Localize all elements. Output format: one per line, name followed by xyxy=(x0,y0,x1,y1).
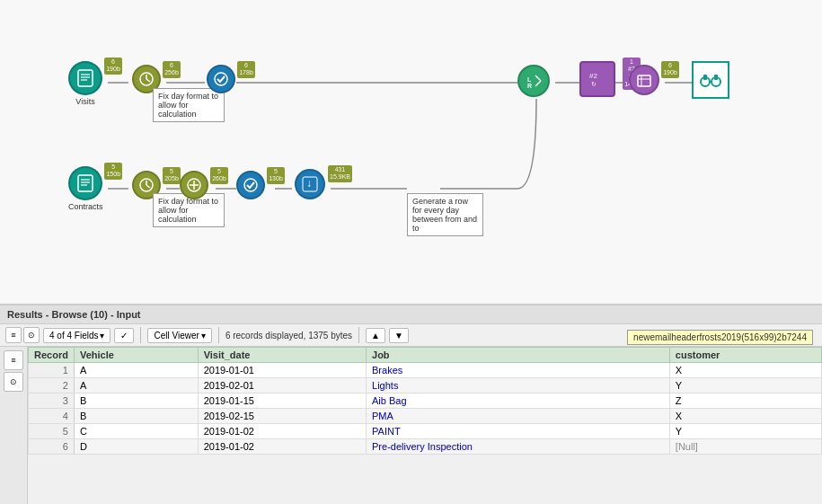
panel-icon-2[interactable]: ⊙ xyxy=(4,372,23,392)
left-icon-panel: ≡ ⊙ xyxy=(0,347,28,504)
nav-down-button[interactable]: ▼ xyxy=(389,328,409,343)
cell-vehicle: C xyxy=(74,424,198,439)
records-info: 6 records displayed, 1375 bytes xyxy=(225,331,352,340)
cell-visit-date: 2019-02-01 xyxy=(198,378,366,393)
svg-point-44 xyxy=(244,179,257,191)
svg-rect-32 xyxy=(703,75,707,80)
col-job: Job xyxy=(367,348,670,363)
table-row: 1A2019-01-01BrakesX xyxy=(29,363,822,378)
tooltip-box: newemailheaderfrosts2019(516x99)2b7244 xyxy=(627,330,813,345)
cell-vehicle: B xyxy=(74,409,198,424)
cell-job: Pre-delivery Inspection xyxy=(367,439,670,455)
dropdown-arrow-2: ▾ xyxy=(201,331,206,340)
results-panel: Results - Browse (10) - Input ≡ ⊙ 4 of 4… xyxy=(0,305,822,504)
cell-record: 2 xyxy=(29,378,75,393)
join-node[interactable]: #2 ↻ 1#2↻143b xyxy=(579,61,615,97)
svg-rect-34 xyxy=(78,175,93,191)
cell-job: Lights xyxy=(367,378,670,393)
cell-visit-date: 2019-01-02 xyxy=(198,424,366,439)
cell-customer: Y xyxy=(669,378,821,393)
panel-icon-1[interactable]: ≡ xyxy=(4,350,23,370)
svg-text:R: R xyxy=(527,83,532,89)
table-row: 3B2019-01-15Aib BagZ xyxy=(29,393,822,409)
n3-node[interactable]: 6178b xyxy=(207,65,235,93)
cell-customer: X xyxy=(669,363,821,378)
svg-text:↓: ↓ xyxy=(306,177,312,190)
canvas-area: 6190b Visits 6256b Fix day format to all… xyxy=(0,0,822,305)
svg-text:L: L xyxy=(527,76,532,83)
contracts-node[interactable]: 5150b Contracts xyxy=(68,166,103,211)
table-body: 1A2019-01-01BrakesX2A2019-02-01LightsY3B… xyxy=(29,363,822,455)
cell-visit-date: 2019-01-01 xyxy=(198,363,366,378)
left-toolbar-icons: ≡ ⊙ xyxy=(5,327,40,343)
cell-visit-date: 2019-01-02 xyxy=(198,439,366,455)
svg-line-23 xyxy=(535,81,541,86)
table-row: 6D2019-01-02Pre-delivery Inspection[Null… xyxy=(29,439,822,455)
cell-customer: X xyxy=(669,409,821,424)
icon-btn-1[interactable]: ≡ xyxy=(5,327,22,343)
svg-line-18 xyxy=(146,79,150,82)
splitter-node[interactable]: L R xyxy=(517,65,550,97)
svg-line-22 xyxy=(535,75,541,81)
cell-vehicle: A xyxy=(74,378,198,393)
table-header-row: Record Vehicle Visit_date Job customer xyxy=(29,348,822,363)
results-header: Results - Browse (10) - Input xyxy=(0,305,822,324)
generate-row-label: Generate a row for every day between fro… xyxy=(407,193,483,236)
svg-rect-33 xyxy=(714,75,718,80)
cell-customer: [Null] xyxy=(669,439,821,455)
svg-point-19 xyxy=(215,73,227,85)
cell-viewer-button[interactable]: Cell Viewer ▾ xyxy=(147,328,211,343)
col-customer: customer xyxy=(669,348,821,363)
cell-record: 4 xyxy=(29,409,75,424)
cell-visit-date: 2019-02-15 xyxy=(198,409,366,424)
m5-node[interactable]: ↓ 43115.9KB xyxy=(295,169,325,199)
m3-node[interactable]: 5260b xyxy=(180,171,208,199)
cell-record: 5 xyxy=(29,424,75,439)
check-button[interactable]: ✓ xyxy=(114,328,134,343)
separator-1 xyxy=(140,327,141,343)
cell-job: PMA xyxy=(367,409,670,424)
separator-2 xyxy=(218,327,219,343)
svg-text:#2: #2 xyxy=(589,72,597,80)
visits-node[interactable]: 6190b Visits xyxy=(68,61,102,106)
svg-text:↻: ↻ xyxy=(591,81,597,87)
icon-btn-2[interactable]: ⊙ xyxy=(23,327,40,343)
col-visit-date: Visit_date xyxy=(198,348,366,363)
cell-record: 1 xyxy=(29,363,75,378)
results-table: Record Vehicle Visit_date Job customer 1… xyxy=(28,347,822,455)
results-toolbar: ≡ ⊙ 4 of 4 Fields ▾ ✓ Cell Viewer ▾ 6 re… xyxy=(0,324,822,347)
cell-job: Brakes xyxy=(367,363,670,378)
separator-3 xyxy=(358,327,359,343)
cell-customer: Z xyxy=(669,393,821,409)
svg-line-40 xyxy=(146,185,150,188)
cell-vehicle: D xyxy=(74,439,198,455)
dropdown-arrow: ▾ xyxy=(100,331,104,340)
cell-job: PAINT xyxy=(367,424,670,439)
fields-button[interactable]: 4 of 4 Fields ▾ xyxy=(43,328,110,343)
results-content: ≡ ⊙ Record Vehicle Visit_date Job custom… xyxy=(0,347,822,504)
cell-customer: Y xyxy=(669,424,821,439)
nav-up-button[interactable]: ▲ xyxy=(366,328,385,343)
table-container: Record Vehicle Visit_date Job customer 1… xyxy=(28,347,822,504)
col-record: Record xyxy=(29,348,75,363)
purple-node[interactable]: 6190b xyxy=(629,65,659,95)
svg-rect-12 xyxy=(78,70,93,86)
cell-record: 6 xyxy=(29,439,75,455)
table-row: 4B2019-02-15PMAX xyxy=(29,409,822,424)
svg-rect-26 xyxy=(638,75,650,86)
table-row: 2A2019-02-01LightsY xyxy=(29,378,822,393)
m4-node[interactable]: 5130b xyxy=(236,171,265,199)
cell-vehicle: A xyxy=(74,363,198,378)
cell-vehicle: B xyxy=(74,393,198,409)
table-row: 5C2019-01-02PAINTY xyxy=(29,424,822,439)
box-node[interactable] xyxy=(692,61,729,99)
col-vehicle: Vehicle xyxy=(74,348,198,363)
cell-job: Aib Bag xyxy=(367,393,670,409)
cell-visit-date: 2019-01-15 xyxy=(198,393,366,409)
cell-record: 3 xyxy=(29,393,75,409)
